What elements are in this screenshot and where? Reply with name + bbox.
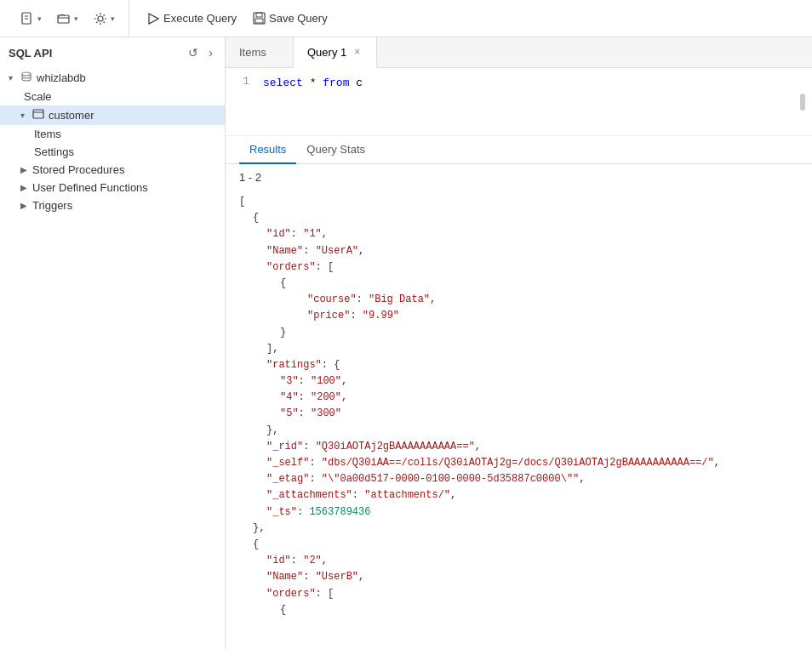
settings-label: Settings	[34, 145, 74, 158]
main-layout: SQL API ↺ › ▾ whizlabdb	[0, 37, 812, 649]
json-line-20: },	[239, 521, 798, 537]
line-numbers: 1	[226, 75, 256, 128]
new-icon	[20, 12, 34, 26]
collapse-icon: ›	[209, 46, 213, 60]
triggers-chevron-icon: ▶	[20, 201, 32, 210]
editor-space2: c	[356, 77, 363, 89]
tab-bar: Items Query 1 ×	[226, 37, 812, 68]
refresh-button[interactable]: ↺	[185, 44, 202, 61]
sidebar-item-triggers[interactable]: ▶ Triggers	[0, 196, 225, 214]
svg-marker-5	[149, 14, 158, 24]
json-line-7: "price": "9.99"	[239, 308, 798, 324]
collection-name: customer	[49, 109, 94, 122]
scale-label: Scale	[24, 90, 52, 103]
toolbar-group-query: Execute Query Save Query	[133, 0, 341, 37]
udf-chevron-icon: ▶	[20, 183, 32, 192]
db-name: whizlabdb	[37, 71, 86, 84]
content-area: Items Query 1 × 1 select * from c	[226, 37, 812, 649]
open-icon	[57, 12, 71, 26]
sidebar: SQL API ↺ › ▾ whizlabdb	[0, 37, 226, 649]
query-editor: 1 select * from c	[226, 68, 812, 136]
json-output[interactable]: [ { "id": "1", "Name": "UserA", "orders"…	[226, 191, 812, 649]
results-tab-bar: Results Query Stats	[226, 136, 812, 164]
json-line-0: [	[239, 194, 798, 210]
json-line-16: "_self": "dbs/Q30iAA==/colls/Q30iAOTAj2g…	[239, 455, 798, 471]
collection-icon	[32, 108, 44, 122]
keyword-from: from	[323, 77, 349, 89]
udf-label: User Defined Functions	[32, 181, 148, 194]
json-line-2: "id": "1",	[239, 226, 798, 242]
stored-procedures-chevron-icon: ▶	[20, 165, 32, 174]
items-label: Items	[34, 128, 61, 140]
json-line-5: {	[239, 276, 798, 292]
svg-rect-7	[256, 13, 262, 17]
toolbar: ▾ ▾ ▾	[0, 0, 812, 37]
json-line-21: {	[239, 537, 798, 553]
json-line-23: "Name": "UserB",	[239, 569, 798, 585]
results-tab-label: Results	[249, 143, 286, 156]
editor-scrollbar[interactable]	[800, 94, 805, 111]
open-button[interactable]: ▾	[50, 9, 85, 29]
json-line-9: ],	[239, 341, 798, 357]
tab-items[interactable]: Items	[226, 37, 294, 67]
execute-query-button[interactable]: Execute Query	[140, 9, 243, 29]
results-area: Results Query Stats 1 - 2 [ { "id": "1",…	[226, 136, 812, 649]
collapse-sidebar-button[interactable]: ›	[205, 44, 216, 61]
tab-query1[interactable]: Query 1 ×	[294, 37, 377, 68]
sidebar-item-scale[interactable]: Scale	[0, 88, 225, 105]
execute-icon	[146, 12, 160, 26]
new-chevron: ▾	[37, 14, 42, 23]
json-line-10: "ratings": {	[239, 357, 798, 373]
line-number-1: 1	[232, 75, 249, 88]
json-line-12: "4": "200",	[239, 390, 798, 406]
tab-query1-close[interactable]: ×	[352, 45, 363, 59]
json-line-19: "_ts": 1563789436	[239, 504, 798, 521]
json-line-14: },	[239, 423, 798, 439]
json-line-18: "_attachments": "attachments/",	[239, 487, 798, 504]
tab-query1-label: Query 1	[307, 46, 346, 59]
svg-rect-10	[33, 110, 43, 118]
sidebar-item-stored-procedures[interactable]: ▶ Stored Procedures	[0, 161, 225, 179]
sidebar-item-settings[interactable]: Settings	[0, 143, 225, 161]
results-tab-results[interactable]: Results	[239, 136, 296, 164]
db-icon	[20, 71, 32, 85]
svg-rect-8	[255, 19, 263, 23]
toolbar-group-file: ▾ ▾ ▾	[7, 0, 129, 37]
sidebar-item-db[interactable]: ▾ whizlabdb	[0, 68, 225, 88]
json-line-22: "id": "2",	[239, 553, 798, 569]
json-line-3: "Name": "UserA",	[239, 243, 798, 259]
settings-button[interactable]: ▾	[87, 9, 122, 29]
settings-chevron: ▾	[111, 14, 115, 23]
execute-query-label: Execute Query	[163, 12, 237, 25]
sidebar-item-items[interactable]: Items	[0, 125, 225, 143]
db-chevron-icon: ▾	[9, 73, 20, 83]
svg-point-9	[22, 72, 31, 76]
sidebar-header: SQL API ↺ ›	[0, 37, 225, 68]
save-icon	[252, 12, 266, 26]
save-query-label: Save Query	[269, 12, 328, 25]
results-tab-stats[interactable]: Query Stats	[296, 136, 375, 164]
sidebar-header-actions: ↺ ›	[185, 44, 216, 61]
results-count: 1 - 2	[226, 164, 812, 191]
json-line-6: "course": "Big Data",	[239, 292, 798, 308]
sidebar-item-collection[interactable]: ▾ customer	[0, 105, 225, 125]
json-line-11: "3": "100",	[239, 373, 798, 390]
keyword-select: select	[263, 77, 303, 89]
json-line-24: "orders": [	[239, 586, 798, 602]
stats-tab-label: Query Stats	[306, 143, 365, 156]
sidebar-title: SQL API	[9, 47, 52, 60]
tab-items-label: Items	[239, 46, 266, 59]
json-line-17: "_etag": "\"0a00d517-0000-0100-0000-5d35…	[239, 471, 798, 487]
editor-space1: *	[310, 77, 323, 89]
editor-content[interactable]: select * from c	[256, 75, 812, 128]
json-line-1: {	[239, 210, 798, 226]
svg-point-4	[98, 16, 103, 21]
collection-chevron-icon: ▾	[20, 111, 32, 120]
save-query-button[interactable]: Save Query	[245, 9, 335, 29]
sidebar-item-udf[interactable]: ▶ User Defined Functions	[0, 179, 225, 196]
open-chevron: ▾	[74, 14, 78, 23]
triggers-label: Triggers	[32, 199, 72, 212]
json-line-8: }	[239, 325, 798, 341]
new-button[interactable]: ▾	[14, 9, 49, 29]
svg-rect-3	[58, 15, 69, 23]
